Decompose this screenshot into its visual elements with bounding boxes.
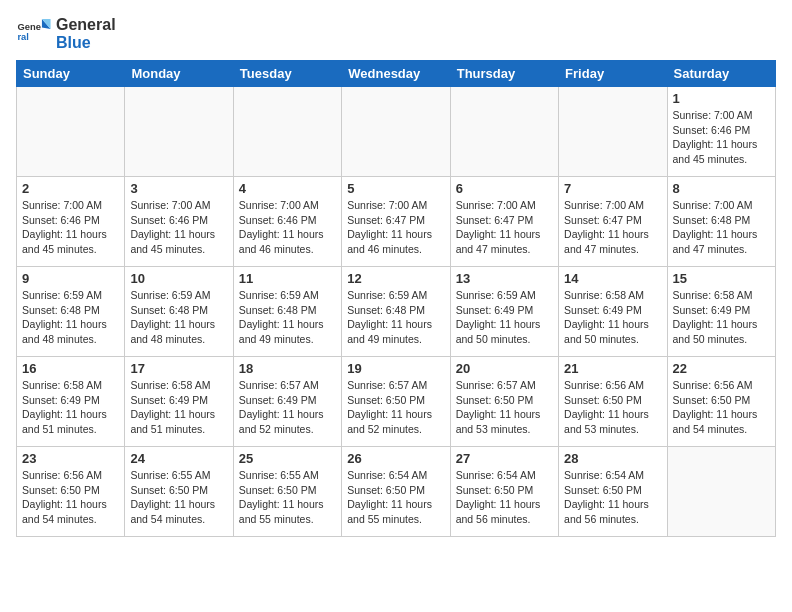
day-number: 17 — [130, 361, 227, 376]
day-number: 27 — [456, 451, 553, 466]
day-cell: 21Sunrise: 6:56 AM Sunset: 6:50 PM Dayli… — [559, 357, 667, 447]
day-cell — [125, 87, 233, 177]
day-info: Sunrise: 7:00 AM Sunset: 6:48 PM Dayligh… — [673, 198, 770, 257]
day-info: Sunrise: 6:59 AM Sunset: 6:48 PM Dayligh… — [130, 288, 227, 347]
day-cell: 22Sunrise: 6:56 AM Sunset: 6:50 PM Dayli… — [667, 357, 775, 447]
day-number: 14 — [564, 271, 661, 286]
day-cell: 10Sunrise: 6:59 AM Sunset: 6:48 PM Dayli… — [125, 267, 233, 357]
day-info: Sunrise: 6:54 AM Sunset: 6:50 PM Dayligh… — [564, 468, 661, 527]
day-number: 4 — [239, 181, 336, 196]
day-info: Sunrise: 6:57 AM Sunset: 6:50 PM Dayligh… — [456, 378, 553, 437]
day-cell: 1Sunrise: 7:00 AM Sunset: 6:46 PM Daylig… — [667, 87, 775, 177]
day-cell: 27Sunrise: 6:54 AM Sunset: 6:50 PM Dayli… — [450, 447, 558, 537]
day-number: 13 — [456, 271, 553, 286]
week-row-3: 9Sunrise: 6:59 AM Sunset: 6:48 PM Daylig… — [17, 267, 776, 357]
day-number: 12 — [347, 271, 444, 286]
logo-text-general: General — [56, 16, 116, 33]
day-number: 21 — [564, 361, 661, 376]
day-number: 26 — [347, 451, 444, 466]
day-number: 2 — [22, 181, 119, 196]
day-cell: 15Sunrise: 6:58 AM Sunset: 6:49 PM Dayli… — [667, 267, 775, 357]
day-cell — [17, 87, 125, 177]
day-cell: 18Sunrise: 6:57 AM Sunset: 6:49 PM Dayli… — [233, 357, 341, 447]
col-header-saturday: Saturday — [667, 61, 775, 87]
day-cell: 3Sunrise: 7:00 AM Sunset: 6:46 PM Daylig… — [125, 177, 233, 267]
day-cell: 16Sunrise: 6:58 AM Sunset: 6:49 PM Dayli… — [17, 357, 125, 447]
day-cell — [233, 87, 341, 177]
col-header-monday: Monday — [125, 61, 233, 87]
day-number: 1 — [673, 91, 770, 106]
day-cell: 23Sunrise: 6:56 AM Sunset: 6:50 PM Dayli… — [17, 447, 125, 537]
day-info: Sunrise: 6:59 AM Sunset: 6:49 PM Dayligh… — [456, 288, 553, 347]
svg-text:ral: ral — [17, 32, 28, 42]
day-cell: 20Sunrise: 6:57 AM Sunset: 6:50 PM Dayli… — [450, 357, 558, 447]
day-info: Sunrise: 6:57 AM Sunset: 6:49 PM Dayligh… — [239, 378, 336, 437]
day-cell: 6Sunrise: 7:00 AM Sunset: 6:47 PM Daylig… — [450, 177, 558, 267]
day-cell: 14Sunrise: 6:58 AM Sunset: 6:49 PM Dayli… — [559, 267, 667, 357]
logo: Gene ral General Blue — [16, 16, 116, 52]
header: Gene ral General Blue — [16, 16, 776, 52]
col-header-wednesday: Wednesday — [342, 61, 450, 87]
day-number: 23 — [22, 451, 119, 466]
day-number: 11 — [239, 271, 336, 286]
day-info: Sunrise: 6:58 AM Sunset: 6:49 PM Dayligh… — [22, 378, 119, 437]
day-info: Sunrise: 6:58 AM Sunset: 6:49 PM Dayligh… — [130, 378, 227, 437]
day-cell: 28Sunrise: 6:54 AM Sunset: 6:50 PM Dayli… — [559, 447, 667, 537]
day-info: Sunrise: 6:54 AM Sunset: 6:50 PM Dayligh… — [456, 468, 553, 527]
day-info: Sunrise: 6:59 AM Sunset: 6:48 PM Dayligh… — [22, 288, 119, 347]
day-number: 24 — [130, 451, 227, 466]
col-header-friday: Friday — [559, 61, 667, 87]
day-info: Sunrise: 6:54 AM Sunset: 6:50 PM Dayligh… — [347, 468, 444, 527]
day-cell: 17Sunrise: 6:58 AM Sunset: 6:49 PM Dayli… — [125, 357, 233, 447]
day-cell — [559, 87, 667, 177]
week-row-1: 1Sunrise: 7:00 AM Sunset: 6:46 PM Daylig… — [17, 87, 776, 177]
day-info: Sunrise: 6:59 AM Sunset: 6:48 PM Dayligh… — [239, 288, 336, 347]
day-cell: 26Sunrise: 6:54 AM Sunset: 6:50 PM Dayli… — [342, 447, 450, 537]
day-cell: 2Sunrise: 7:00 AM Sunset: 6:46 PM Daylig… — [17, 177, 125, 267]
day-info: Sunrise: 6:59 AM Sunset: 6:48 PM Dayligh… — [347, 288, 444, 347]
day-number: 22 — [673, 361, 770, 376]
day-info: Sunrise: 6:55 AM Sunset: 6:50 PM Dayligh… — [239, 468, 336, 527]
logo-wordmark: General Blue — [56, 16, 116, 52]
svg-text:Gene: Gene — [17, 22, 40, 32]
day-info: Sunrise: 7:00 AM Sunset: 6:47 PM Dayligh… — [347, 198, 444, 257]
day-info: Sunrise: 7:00 AM Sunset: 6:46 PM Dayligh… — [239, 198, 336, 257]
day-number: 9 — [22, 271, 119, 286]
col-header-tuesday: Tuesday — [233, 61, 341, 87]
day-info: Sunrise: 6:58 AM Sunset: 6:49 PM Dayligh… — [673, 288, 770, 347]
day-cell: 8Sunrise: 7:00 AM Sunset: 6:48 PM Daylig… — [667, 177, 775, 267]
week-row-4: 16Sunrise: 6:58 AM Sunset: 6:49 PM Dayli… — [17, 357, 776, 447]
day-cell: 11Sunrise: 6:59 AM Sunset: 6:48 PM Dayli… — [233, 267, 341, 357]
day-number: 16 — [22, 361, 119, 376]
day-info: Sunrise: 6:56 AM Sunset: 6:50 PM Dayligh… — [564, 378, 661, 437]
day-number: 10 — [130, 271, 227, 286]
day-cell: 9Sunrise: 6:59 AM Sunset: 6:48 PM Daylig… — [17, 267, 125, 357]
day-cell: 13Sunrise: 6:59 AM Sunset: 6:49 PM Dayli… — [450, 267, 558, 357]
day-number: 7 — [564, 181, 661, 196]
week-row-5: 23Sunrise: 6:56 AM Sunset: 6:50 PM Dayli… — [17, 447, 776, 537]
day-number: 3 — [130, 181, 227, 196]
day-cell: 4Sunrise: 7:00 AM Sunset: 6:46 PM Daylig… — [233, 177, 341, 267]
day-cell — [667, 447, 775, 537]
day-number: 25 — [239, 451, 336, 466]
day-info: Sunrise: 6:57 AM Sunset: 6:50 PM Dayligh… — [347, 378, 444, 437]
col-header-sunday: Sunday — [17, 61, 125, 87]
day-number: 20 — [456, 361, 553, 376]
calendar-table: SundayMondayTuesdayWednesdayThursdayFrid… — [16, 60, 776, 537]
day-cell: 7Sunrise: 7:00 AM Sunset: 6:47 PM Daylig… — [559, 177, 667, 267]
day-number: 28 — [564, 451, 661, 466]
day-cell: 5Sunrise: 7:00 AM Sunset: 6:47 PM Daylig… — [342, 177, 450, 267]
day-info: Sunrise: 6:56 AM Sunset: 6:50 PM Dayligh… — [673, 378, 770, 437]
day-cell: 19Sunrise: 6:57 AM Sunset: 6:50 PM Dayli… — [342, 357, 450, 447]
day-number: 15 — [673, 271, 770, 286]
day-cell — [450, 87, 558, 177]
calendar-header-row: SundayMondayTuesdayWednesdayThursdayFrid… — [17, 61, 776, 87]
day-info: Sunrise: 7:00 AM Sunset: 6:46 PM Dayligh… — [130, 198, 227, 257]
week-row-2: 2Sunrise: 7:00 AM Sunset: 6:46 PM Daylig… — [17, 177, 776, 267]
day-number: 8 — [673, 181, 770, 196]
day-number: 6 — [456, 181, 553, 196]
day-cell: 24Sunrise: 6:55 AM Sunset: 6:50 PM Dayli… — [125, 447, 233, 537]
day-info: Sunrise: 7:00 AM Sunset: 6:46 PM Dayligh… — [673, 108, 770, 167]
day-cell — [342, 87, 450, 177]
day-cell: 25Sunrise: 6:55 AM Sunset: 6:50 PM Dayli… — [233, 447, 341, 537]
